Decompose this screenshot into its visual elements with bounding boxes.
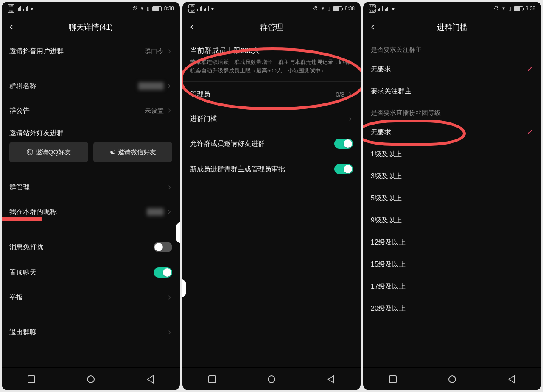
alarm-icon: ⏱ [132,6,137,11]
label: 3级及以上 [371,172,402,181]
chevron-right-icon [166,83,172,89]
dnd-toggle[interactable] [154,242,172,252]
phone-chat-details: HDHD ● ⏱ ⁕ ▯ 8:38 聊天详情(41) 邀请抖音用户进群 群口令 [2,2,180,390]
status-bar: HDHD ● ⏱ ⁕ ▯ 8:38 [2,2,180,15]
label: 无要求 [371,65,391,74]
back-button[interactable] [7,22,16,32]
opt-level-6[interactable]: 15级及以上 [363,253,541,275]
nav-back[interactable] [142,371,159,388]
chevron-right-icon [166,108,172,114]
content: 是否要求关注群主 无要求 ✓ 要求关注群主 是否要求直播粉丝团等级 无要求✓1级… [363,39,541,367]
alarm-icon: ⏱ [313,6,318,11]
row-threshold[interactable]: 进群门槛 [182,106,361,131]
allow-invite-toggle[interactable] [334,139,353,149]
label: 17级及以上 [371,282,406,291]
opt-level-7[interactable]: 17级及以上 [363,275,541,297]
nav-recents[interactable] [384,371,401,388]
opt-level-4[interactable]: 9级及以上 [363,209,541,231]
opt-level-1[interactable]: 1级及以上 [363,143,541,165]
label: 新成员进群需群主或管理员审批 [190,165,285,174]
wechat-icon: ☯ [110,148,115,156]
label: 举报 [9,293,23,302]
chevron-right-icon [166,184,172,190]
checkmark-icon: ✓ [526,64,534,74]
label: 12级及以上 [371,238,406,247]
bluetooth-icon: ⁕ [321,6,325,11]
header: 聊天详情(41) [2,15,180,39]
q-follow-heading: 是否要求关注群主 [363,39,541,58]
opt-level-8[interactable]: 20级及以上 [363,297,541,320]
opt-no-requirement[interactable]: 无要求 ✓ [363,58,541,80]
wechat-icon: ● [30,6,33,11]
label: 管理员 [190,90,210,99]
row-admins[interactable]: 管理员 0/3 [182,82,361,106]
signal-icon [204,6,209,11]
header: 群管理 [182,15,361,39]
opt-follow-owner[interactable]: 要求关注群主 [363,80,541,102]
header: 进群门槛 [363,15,541,39]
status-bar: HDHD ● ⏱ ⁕ ▯ 8:38 [182,2,361,15]
label: 进群门槛 [190,114,217,123]
android-navbar [363,367,541,390]
label: 消息免打扰 [9,243,43,252]
bluetooth-icon: ⁕ [501,6,506,11]
phone-group-manage: HDHD ● ⏱ ⁕ ▯ 8:38 群管理 当前群成员上限200人 若本群连续活… [182,2,361,390]
signal-icon [378,6,383,11]
signal-icon [17,6,21,11]
label: 允许群成员邀请好友进群 [190,139,265,148]
battery-icon [152,6,162,11]
row-allow-invite: 允许群成员邀请好友进群 [182,131,361,156]
pin-toggle[interactable] [154,267,172,278]
invite-qq-button[interactable]: Ⓠ 邀请QQ好友 [9,142,88,162]
page-title: 聊天详情(41) [69,22,113,32]
row-manage[interactable]: 群管理 [2,175,180,200]
label: 15级及以上 [371,260,406,269]
value: 群口令 [145,47,164,56]
chevron-right-icon [166,48,172,54]
limit-desc: 若本群连续活跃、群成员数量增长、群主与本群无违规记录，即有机会自动升级群成员上限… [190,58,353,75]
row-dnd: 消息免打扰 [2,234,180,260]
bluetooth-icon: ⁕ [140,6,144,11]
member-limit-block: 当前群成员上限200人 若本群连续活跃、群成员数量增长、群主与本群无违规记录，即… [182,39,361,81]
label: 1级及以上 [371,150,402,159]
invite-external-label: 邀请站外好友进群 [2,123,180,142]
opt-level-5[interactable]: 12级及以上 [363,231,541,253]
android-navbar [2,367,180,390]
limit-head: 当前群成员上限200人 [190,46,353,56]
signal-icon [23,6,28,11]
nav-recents[interactable] [23,371,40,388]
row-announcement[interactable]: 群公告 未设置 [2,98,180,123]
invite-wechat-button[interactable]: ☯ 邀请微信好友 [93,142,172,162]
nav-home[interactable] [444,371,461,388]
row-my-nick[interactable]: 我在本群的昵称 [2,200,180,224]
row-group-name[interactable]: 群聊名称 [2,74,180,98]
back-button[interactable] [368,22,378,32]
label: 5级及以上 [371,194,402,203]
clock-text: 8:38 [345,6,355,11]
label: 要求关注群主 [371,87,411,96]
row-invite-douyin[interactable]: 邀请抖音用户进群 群口令 [2,39,180,64]
phone-threshold: HDHD ● ⏱ ⁕ ▯ 8:38 进群门槛 是否要求关注群主 无要求 ✓ 要求… [363,2,541,390]
opt-level-3[interactable]: 5级及以上 [363,187,541,209]
label: 20级及以上 [371,304,406,313]
wechat-icon: ● [392,6,395,11]
row-report[interactable]: 举报 [2,285,180,310]
nav-back[interactable] [322,371,339,388]
back-button[interactable] [188,22,197,32]
qq-icon: Ⓠ [27,148,33,156]
approval-toggle[interactable] [334,164,353,174]
opt-level-2[interactable]: 3级及以上 [363,165,541,187]
content: 当前群成员上限200人 若本群连续活跃、群成员数量增长、群主与本群无违规记录，即… [182,39,361,367]
nav-back[interactable] [503,371,520,388]
chevron-right-icon [347,116,353,122]
clock-text: 8:38 [526,6,535,11]
opt-level-0[interactable]: 无要求✓ [363,121,541,143]
nav-home[interactable] [263,371,280,388]
alarm-icon: ⏱ [494,6,499,11]
chevron-right-icon [166,329,172,335]
nav-recents[interactable] [204,371,221,388]
nav-home[interactable] [82,371,99,388]
clock-text: 8:38 [164,6,174,11]
vibrate-icon: ▯ [147,6,150,11]
row-leave[interactable]: 退出群聊 [2,320,180,345]
